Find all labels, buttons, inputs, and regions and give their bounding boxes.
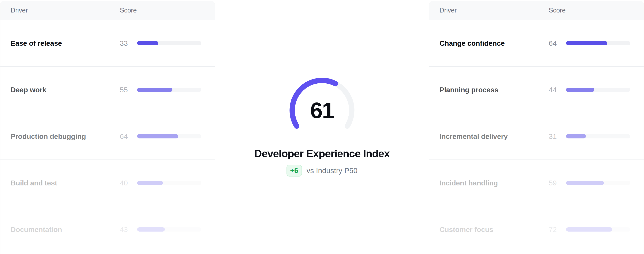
dashboard: Driver Score Ease of release 33 Deep wor… (0, 0, 644, 254)
score-bar-fill (137, 227, 165, 231)
score-value: 44 (549, 86, 566, 94)
score-bar (137, 134, 201, 139)
table-body: Change confidence 64 Planning process 44… (429, 20, 644, 253)
table-row: Deep work 55 (0, 67, 215, 113)
score-bar-fill (137, 41, 158, 45)
score-bar (566, 181, 630, 185)
driver-name: Production debugging (10, 132, 120, 141)
column-header-score: Score (549, 7, 630, 14)
score-value: 31 (549, 132, 566, 141)
score-bar-fill (137, 88, 172, 92)
driver-name: Deep work (10, 86, 120, 94)
score-value: 55 (120, 86, 137, 94)
driver-name: Customer focus (440, 225, 549, 234)
score-bar (137, 181, 201, 185)
driver-name: Change confidence (440, 39, 549, 47)
index-gauge: 61 (288, 76, 356, 145)
column-header-driver: Driver (440, 7, 549, 14)
delta-badge: +6 (286, 165, 302, 176)
score-bar-fill (566, 41, 607, 45)
driver-name: Documentation (10, 225, 120, 234)
table-row: Change confidence 64 (429, 20, 644, 67)
table-header: Driver Score (429, 1, 644, 20)
score-bar-fill (137, 181, 163, 185)
score-value: 59 (549, 179, 566, 187)
drivers-card-left: Driver Score Ease of release 33 Deep wor… (0, 1, 215, 254)
score-value: 33 (120, 39, 137, 47)
driver-name: Incremental delivery (440, 132, 549, 141)
column-header-score: Score (120, 7, 201, 14)
score-bar-fill (566, 134, 586, 139)
score-bar-fill (566, 181, 604, 185)
score-bar (566, 227, 630, 231)
table-row: Planning process 44 (429, 67, 644, 113)
score-bar-fill (137, 134, 178, 139)
table-row: Documentation 43 (0, 206, 215, 253)
driver-name: Incident handling (440, 179, 549, 187)
table-row: Ease of release 33 (0, 20, 215, 67)
index-summary: 61 Developer Experience Index +6 vs Indu… (215, 0, 429, 254)
table-row: Incremental delivery 31 (429, 113, 644, 160)
table-header: Driver Score (0, 1, 215, 20)
benchmark-row: +6 vs Industry P50 (215, 164, 429, 177)
score-bar (566, 88, 630, 92)
score-bar (137, 41, 201, 45)
score-bar-fill (566, 227, 612, 231)
table-row: Build and test 40 (0, 160, 215, 206)
score-value: 64 (120, 132, 137, 141)
table-row: Incident handling 59 (429, 160, 644, 206)
score-value: 43 (120, 225, 137, 234)
score-value: 64 (549, 39, 566, 47)
score-bar (566, 134, 630, 139)
benchmark-label: vs Industry P50 (306, 166, 358, 175)
table-row: Production debugging 64 (0, 113, 215, 160)
score-bar (137, 227, 201, 231)
column-header-driver: Driver (10, 7, 120, 14)
driver-name: Planning process (440, 86, 549, 94)
score-value: 40 (120, 179, 137, 187)
driver-name: Build and test (10, 179, 120, 187)
score-bar (137, 88, 201, 92)
drivers-card-right: Driver Score Change confidence 64 Planni… (429, 1, 644, 254)
score-bar (566, 41, 630, 45)
score-bar-fill (566, 88, 594, 92)
driver-name: Ease of release (10, 39, 120, 47)
index-title: Developer Experience Index (215, 148, 429, 160)
table-body: Ease of release 33 Deep work 55 Producti… (0, 20, 215, 253)
index-value: 61 (288, 76, 356, 145)
table-row: Customer focus 72 (429, 206, 644, 253)
score-value: 72 (549, 225, 566, 234)
